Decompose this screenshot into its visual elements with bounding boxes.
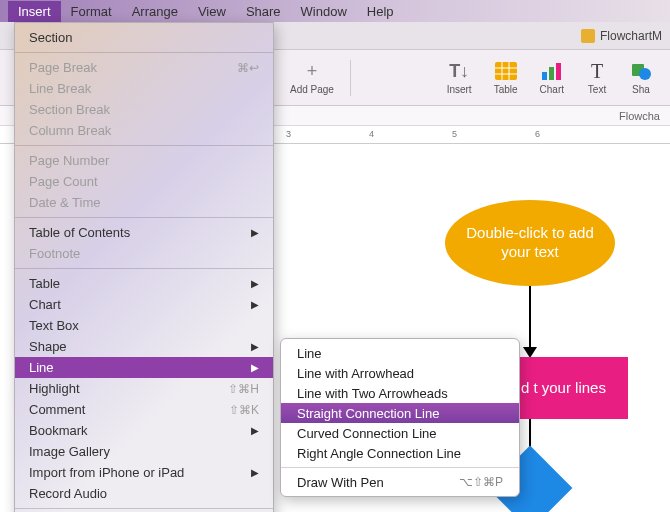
insert-menu-item-table[interactable]: Table▶ bbox=[15, 273, 273, 294]
line-submenu-item-draw-with-pen[interactable]: Draw With Pen⌥⇧⌘P bbox=[281, 472, 519, 492]
toolbar-insert[interactable]: T↓ Insert bbox=[437, 56, 482, 99]
insert-menu-item-bookmark[interactable]: Bookmark▶ bbox=[15, 420, 273, 441]
insert-menu-item-line[interactable]: Line▶ bbox=[15, 357, 273, 378]
insert-menu-item-import-from-iphone-or-ipad[interactable]: Import from iPhone or iPad▶ bbox=[15, 462, 273, 483]
insert-menu-item-page-number: Page Number bbox=[15, 150, 273, 171]
insert-menu-item-column-break: Column Break bbox=[15, 120, 273, 141]
insert-menu-item-line-break: Line Break bbox=[15, 78, 273, 99]
submenu-arrow-icon: ▶ bbox=[251, 341, 259, 352]
insert-menu-item-text-box[interactable]: Text Box bbox=[15, 315, 273, 336]
toolbar-table[interactable]: Table bbox=[484, 56, 528, 99]
svg-point-9 bbox=[639, 68, 651, 80]
line-submenu-item-curved-connection-line[interactable]: Curved Connection Line bbox=[281, 423, 519, 443]
line-submenu-item-line-with-arrowhead[interactable]: Line with Arrowhead bbox=[281, 363, 519, 383]
document-title: FlowchartM bbox=[600, 29, 662, 43]
submenu-arrow-icon: ▶ bbox=[251, 467, 259, 478]
text-icon: T bbox=[586, 60, 608, 82]
plus-icon: + bbox=[301, 60, 323, 82]
insert-menu-item-table-of-contents[interactable]: Table of Contents▶ bbox=[15, 222, 273, 243]
toolbar-separator bbox=[350, 60, 351, 96]
insert-menu-item-chart[interactable]: Chart▶ bbox=[15, 294, 273, 315]
document-icon bbox=[581, 29, 595, 43]
menubar-help[interactable]: Help bbox=[357, 1, 404, 22]
line-submenu-item-line[interactable]: Line bbox=[281, 343, 519, 363]
insert-menu-item-section[interactable]: Section bbox=[15, 27, 273, 48]
insert-menu-item-shape[interactable]: Shape▶ bbox=[15, 336, 273, 357]
shape-icon bbox=[630, 60, 652, 82]
svg-rect-5 bbox=[542, 72, 547, 80]
menubar-format[interactable]: Format bbox=[61, 1, 122, 22]
submenu-arrow-icon: ▶ bbox=[251, 278, 259, 289]
insert-menu-item-page-break: Page Break⌘↩ bbox=[15, 57, 273, 78]
flowchart-arrow-1[interactable] bbox=[529, 286, 531, 350]
submenu-arrow-icon: ▶ bbox=[251, 425, 259, 436]
submenu-arrow-icon: ▶ bbox=[251, 227, 259, 238]
submenu-arrow-icon: ▶ bbox=[251, 362, 259, 373]
menubar-insert[interactable]: Insert bbox=[8, 1, 61, 22]
toolbar-add-page[interactable]: + Add Page bbox=[280, 56, 344, 99]
insert-icon: T↓ bbox=[448, 60, 470, 82]
insert-menu-item-page-count: Page Count bbox=[15, 171, 273, 192]
insert-menu-item-highlight[interactable]: Highlight⇧⌘H bbox=[15, 378, 273, 399]
line-submenu-item-straight-connection-line[interactable]: Straight Connection Line bbox=[281, 403, 519, 423]
toolbar-chart[interactable]: Chart bbox=[530, 56, 574, 99]
insert-menu-item-section-break: Section Break bbox=[15, 99, 273, 120]
toolbar-shape[interactable]: Sha bbox=[620, 56, 662, 99]
insert-menu-item-footnote: Footnote bbox=[15, 243, 273, 264]
chart-icon bbox=[541, 60, 563, 82]
svg-rect-0 bbox=[495, 62, 517, 80]
menubar: Insert Format Arrange View Share Window … bbox=[0, 0, 670, 22]
insert-menu-item-image-gallery[interactable]: Image Gallery bbox=[15, 441, 273, 462]
line-submenu-item-line-with-two-arrowheads[interactable]: Line with Two Arrowheads bbox=[281, 383, 519, 403]
insert-menu-item-date-time: Date & Time bbox=[15, 192, 273, 213]
svg-rect-6 bbox=[549, 67, 554, 80]
flowchart-ellipse[interactable]: Double-click to add your text bbox=[445, 200, 615, 286]
toolbar-text[interactable]: T Text bbox=[576, 56, 618, 99]
line-submenu: LineLine with ArrowheadLine with Two Arr… bbox=[280, 338, 520, 497]
submenu-arrow-icon: ▶ bbox=[251, 299, 259, 310]
menubar-arrange[interactable]: Arrange bbox=[122, 1, 188, 22]
menubar-share[interactable]: Share bbox=[236, 1, 291, 22]
table-icon bbox=[495, 60, 517, 82]
line-submenu-item-right-angle-connection-line[interactable]: Right Angle Connection Line bbox=[281, 443, 519, 463]
menubar-view[interactable]: View bbox=[188, 1, 236, 22]
menubar-window[interactable]: Window bbox=[291, 1, 357, 22]
insert-menu-item-comment[interactable]: Comment⇧⌘K bbox=[15, 399, 273, 420]
svg-rect-7 bbox=[556, 63, 561, 80]
insert-menu-item-record-audio[interactable]: Record Audio bbox=[15, 483, 273, 504]
insert-menu: SectionPage Break⌘↩Line BreakSection Bre… bbox=[14, 22, 274, 512]
